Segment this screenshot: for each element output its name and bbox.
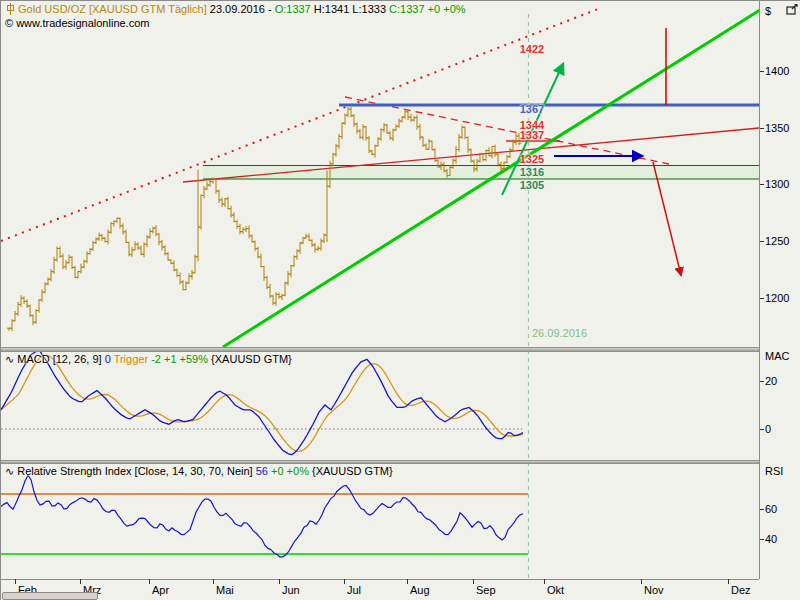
close-value: C:1337 +0 +0% [389,3,465,15]
y-axis-tick: 60 [765,503,777,515]
tick-mark [544,579,545,584]
timeframe-label: Täglich] [168,3,207,15]
tick-mark [344,579,345,584]
trigger-label: Trigger [114,353,148,365]
tick-mark [760,71,764,72]
macd-symbol: {XAUUSD GTM} [211,353,292,365]
y-axis-tick: 1250 [765,235,789,247]
tick-mark [760,381,764,382]
price-bars [7,107,521,331]
x-axis-month-label: Apr [152,584,169,596]
tick-mark [760,241,764,242]
x-axis-month-label: Sep [476,584,496,596]
rsi-symbol: {XAUUSD GTM} [312,465,393,477]
projection-date-label: 26.09.2016 [532,327,587,339]
trigger-value: -2 [151,353,161,365]
y-axis-tick: 1200 [765,292,789,304]
tick-mark [760,128,764,129]
macd-change: +1 +59% [164,353,208,365]
wave-icon: ∿ [5,465,14,477]
tick-mark [15,579,16,584]
tick-mark [80,579,81,584]
y-axis-tick: 20 [765,375,777,387]
tick-mark [760,509,764,510]
y-axis-title: $ [765,5,771,17]
y-axis-tick: 0 [765,423,771,435]
x-axis-line [1,579,759,580]
tick-mark [279,579,280,584]
price-level-label: 1325 [515,153,549,165]
panel-separator[interactable] [1,347,759,352]
price-level-label: 1337 [515,129,549,141]
high-value: H:1341 [314,3,349,15]
low-value: L:1333 [352,3,386,15]
x-axis-month-label: Jul [347,584,361,596]
instrument-header: Gold USD/OZ [XAUUSD GTM Täglich] 23.09.2… [6,3,466,15]
y-axis-tick: 1300 [765,178,789,190]
macd-value: 0 [105,353,111,365]
x-axis-month-label: Nov [644,584,664,596]
macd-name: MACD [12, 26, 9] [17,353,101,365]
price-level-label: 1316 [515,166,549,178]
x-axis-month-label: Aug [410,584,430,596]
axis-divider [759,1,760,579]
price-level-label: 1367 [515,103,549,115]
x-axis-month-label: Dez [731,584,751,596]
panel-separator[interactable] [1,460,759,464]
y-axis-title: RSI [765,465,783,477]
tick-mark [407,579,408,584]
y-axis-tick: 1350 [765,122,789,134]
rsi-value: 56 [256,465,268,477]
h-scrollbar-thumb[interactable] [2,592,98,600]
y-axis-tick: 1400 [765,65,789,77]
website-label: © www.tradesignalonline.com [5,17,149,29]
tick-mark [473,579,474,584]
date-label: 23.09.2016 - [210,3,272,15]
y-axis-tick: 40 [765,533,777,545]
chart-window: Gold USD/OZ [XAUUSD GTM Täglich] 23.09.2… [0,0,800,600]
y-axis-title: MAC [765,350,789,362]
open-value: O:1337 [275,3,311,15]
tick-mark [149,579,150,584]
wave-icon: ∿ [5,353,14,365]
x-axis-month-label: Jun [282,584,300,596]
tick-mark [760,429,764,430]
popout-icon[interactable] [786,4,798,15]
price-level-label: 1305 [515,179,549,191]
tick-mark [641,579,642,584]
tick-mark [728,579,729,584]
tick-mark [760,184,764,185]
tick-mark [213,579,214,584]
x-axis-month-label: Mai [216,584,234,596]
macd-header[interactable]: ∿MACD [12, 26, 9] 0 Trigger -2 +1 +59% {… [5,353,292,366]
rsi-change: +0 +0% [271,465,309,477]
symbol-label: Gold USD/OZ [XAUUSD GTM [18,3,165,15]
x-axis-month-label: Okt [547,584,564,596]
instrument-icon [6,3,15,15]
upper-dotted-trendline [1,9,598,241]
rsi-header[interactable]: ∿Relative Strength Index [Close, 14, 30,… [5,465,393,478]
tick-mark [760,539,764,540]
price-level-label: 1422 [515,43,549,55]
chart-canvas[interactable] [1,1,760,579]
rsi-name: Relative Strength Index [Close, 14, 30, … [17,465,252,477]
tick-mark [760,298,764,299]
